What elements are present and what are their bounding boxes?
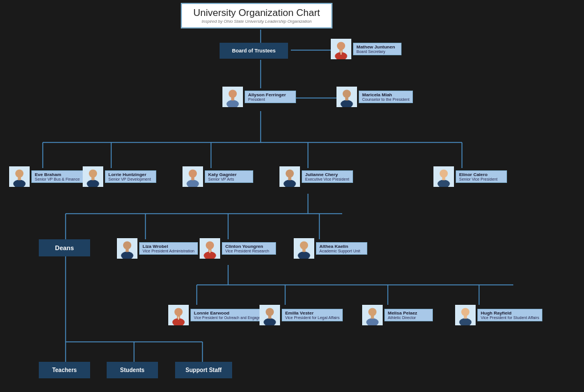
emilla-node: Emilla Vester Vice President for Legal A… xyxy=(259,305,343,325)
allyson-avatar xyxy=(222,87,243,107)
svg-rect-82 xyxy=(268,316,271,318)
svg-point-84 xyxy=(368,308,376,316)
emilla-title: Vice President for Legal Affairs xyxy=(285,316,339,320)
mathew-avatar xyxy=(331,39,351,59)
clinton-title: Vice President Research xyxy=(225,249,273,253)
teachers-node: Teachers xyxy=(39,362,90,378)
svg-rect-90 xyxy=(464,316,467,318)
althea-name: Althea Kaelin xyxy=(319,244,364,249)
hugh-title: Vice President for Student Affairs xyxy=(481,316,539,320)
chart-title: University Organization Chart xyxy=(193,7,320,19)
lorrie-avatar xyxy=(83,166,103,187)
liza-node: Liza Wrobel Vice President Administratio… xyxy=(117,238,198,259)
svg-rect-32 xyxy=(340,51,342,55)
svg-rect-64 xyxy=(125,249,128,252)
liza-title: Vice President Administration xyxy=(143,249,194,253)
lonnie-node: Lonnie Earwood Vice President for Outrea… xyxy=(168,305,272,325)
svg-rect-52 xyxy=(191,177,194,180)
svg-rect-86 xyxy=(371,316,374,318)
support-node: Support Staff xyxy=(175,362,232,378)
svg-point-54 xyxy=(286,169,294,177)
deans-label: Deans xyxy=(50,244,79,251)
maricela-name: Maricela Miah xyxy=(362,92,409,97)
liza-avatar xyxy=(117,238,137,259)
clinton-name: Clinton Youngren xyxy=(225,244,273,249)
svg-rect-36 xyxy=(231,97,234,100)
svg-rect-40 xyxy=(345,97,348,100)
julianne-name: Julianne Chery xyxy=(305,172,350,177)
svg-rect-69 xyxy=(209,250,210,253)
svg-point-29 xyxy=(337,42,345,50)
svg-point-38 xyxy=(343,89,351,97)
allyson-node: Allyson Ferringer President xyxy=(222,87,296,107)
lonnie-title: Vice President for Outreach and Engageme… xyxy=(194,316,269,320)
eve-avatar xyxy=(9,166,30,187)
lorrie-node: Lorrie Huntzinger Senior VP Development xyxy=(83,166,156,187)
hugh-avatar xyxy=(455,305,476,325)
svg-point-42 xyxy=(15,169,23,177)
katy-title: Senior VP Arts xyxy=(208,177,250,181)
clinton-node: Clinton Youngren Vice President Research xyxy=(200,238,276,259)
clinton-avatar xyxy=(200,238,220,259)
svg-point-50 xyxy=(189,169,197,177)
deans-node: Deans xyxy=(39,239,90,256)
melisa-name: Melisa Pelaez xyxy=(388,311,429,316)
svg-point-46 xyxy=(89,169,97,177)
svg-rect-56 xyxy=(288,177,291,180)
allyson-name: Allyson Ferringer xyxy=(248,92,293,97)
katy-node: Katy Gagnier Senior VP Arts xyxy=(182,166,253,187)
althea-avatar xyxy=(294,238,314,259)
svg-point-34 xyxy=(229,89,237,97)
melisa-title: Athletic Director xyxy=(388,316,429,320)
svg-point-66 xyxy=(206,241,214,249)
board-node: Board of Trustees xyxy=(220,43,288,59)
svg-rect-44 xyxy=(18,177,21,180)
svg-point-88 xyxy=(461,308,469,316)
eve-node: Eve Braham Senior VP Bus & Finance xyxy=(9,166,83,187)
chart-container: University Organization Chart Inspired b… xyxy=(0,0,584,392)
eve-title: Senior VP Bus & Finance xyxy=(35,177,80,181)
mathew-node: Mathew Juntunen Board Secretary xyxy=(331,39,402,59)
lonnie-avatar xyxy=(168,305,189,325)
katy-avatar xyxy=(182,166,203,187)
melisa-avatar xyxy=(362,305,383,325)
lonnie-name: Lonnie Earwood xyxy=(194,311,269,316)
elinor-name: Elinor Calero xyxy=(459,172,504,177)
lorrie-title: Senior VP Development xyxy=(108,177,153,181)
mathew-name: Mathew Juntunen xyxy=(356,44,398,50)
katy-name: Katy Gagnier xyxy=(208,172,250,177)
hugh-node: Hugh Rayfield Vice President for Student… xyxy=(455,305,542,325)
connector-lines xyxy=(0,0,584,392)
allyson-title: President xyxy=(248,97,293,101)
eve-name: Eve Braham xyxy=(35,172,80,177)
svg-point-58 xyxy=(440,169,448,177)
chart-subtitle: Inspired by Ohio State University Leader… xyxy=(193,19,320,24)
maricela-avatar xyxy=(336,87,357,107)
julianne-avatar xyxy=(279,166,300,187)
mathew-title: Board Secretary xyxy=(356,50,398,54)
elinor-title: Senior Vice President xyxy=(459,177,504,181)
elinor-avatar xyxy=(433,166,454,187)
julianne-node: Julianne Chery Executive Vice President xyxy=(279,166,353,187)
svg-point-62 xyxy=(123,241,131,249)
melisa-node: Melisa Pelaez Athletic Director xyxy=(362,305,433,325)
svg-point-75 xyxy=(175,308,182,316)
hugh-name: Hugh Rayfield xyxy=(481,311,539,316)
emilla-name: Emilla Vester xyxy=(285,311,339,316)
svg-point-71 xyxy=(300,241,308,249)
svg-rect-78 xyxy=(178,317,179,320)
julianne-title: Executive Vice President xyxy=(305,177,350,181)
svg-rect-48 xyxy=(91,177,94,180)
liza-name: Liza Wrobel xyxy=(143,244,194,249)
board-label: Board of Trustees xyxy=(229,48,278,54)
teachers-label: Teachers xyxy=(47,367,82,373)
elinor-node: Elinor Calero Senior Vice President xyxy=(433,166,507,187)
althea-title: Academic Support Unit xyxy=(319,249,364,253)
maricela-title: Counselor to the President xyxy=(362,97,409,101)
svg-rect-73 xyxy=(302,249,305,252)
maricela-node: Maricela Miah Counselor to the President xyxy=(336,87,413,107)
students-node: Students xyxy=(107,362,158,378)
lorrie-name: Lorrie Huntzinger xyxy=(108,172,153,177)
students-label: Students xyxy=(115,367,149,373)
althea-node: Althea Kaelin Academic Support Unit xyxy=(294,238,367,259)
